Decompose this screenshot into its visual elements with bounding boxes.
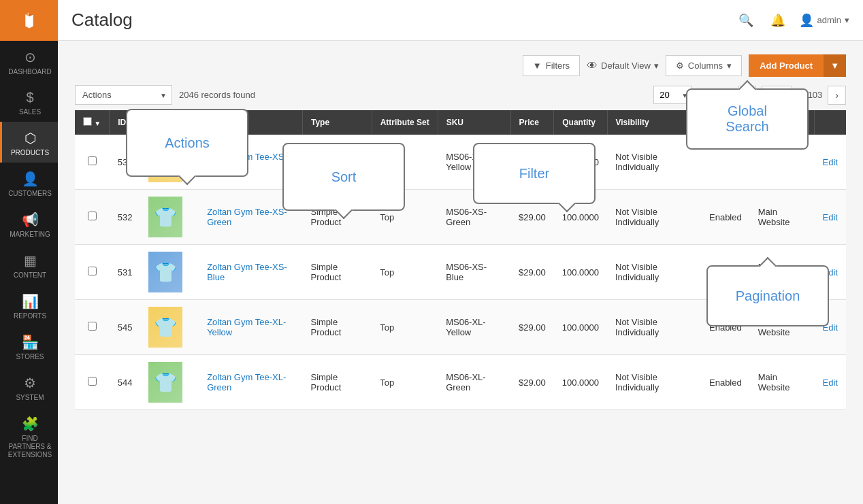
- topbar-right: 🔍 🔔 👤 admin ▾: [735, 10, 849, 31]
- next-page-button[interactable]: ›: [828, 86, 846, 105]
- th-thumbnail: Thumbnail: [140, 110, 199, 135]
- sidebar-item-system[interactable]: ⚙ SYSTEM: [0, 367, 58, 407]
- sidebar-label-reports: REPORTS: [14, 312, 46, 320]
- filters-label: Filters: [546, 61, 570, 71]
- product-name-link-3[interactable]: Zoltan Gym Tee-XL-Yellow: [207, 317, 286, 337]
- sidebar: ⊙ DASHBOARD $ SALES ⬡ PRODUCTS 👤 CUSTOME…: [0, 0, 58, 504]
- default-view-label: Default View: [601, 61, 651, 71]
- row-price-3: $29.00: [510, 300, 554, 355]
- tshirt-icon-1: 👕: [154, 206, 178, 229]
- th-sku: SKU: [438, 110, 510, 135]
- prev-page-button[interactable]: ‹: [738, 86, 757, 105]
- row-price-2: $29.00: [510, 245, 554, 300]
- sidebar-item-content[interactable]: ▦ CONTENT: [0, 244, 58, 285]
- row-status-0: [701, 135, 750, 190]
- row-checkbox-4[interactable]: [88, 377, 97, 386]
- table-header-row: ▼ ID Thumbnail Name ↑ Type Attribute Set…: [75, 110, 846, 135]
- edit-link-1[interactable]: Edit: [823, 212, 838, 222]
- row-thumbnail-3: 👕: [140, 300, 199, 355]
- row-id-1: 532: [110, 190, 141, 245]
- filters-button[interactable]: ▼ Filters: [523, 55, 580, 76]
- row-checkbox-3[interactable]: [88, 322, 97, 331]
- row-attribute-set-2: Top: [372, 245, 438, 300]
- product-name-link-1[interactable]: Zoltan Gym Tee-XS-Green: [207, 207, 287, 227]
- columns-label: Columns: [688, 61, 723, 71]
- row-attribute-set-1: Top: [372, 190, 438, 245]
- sidebar-item-reports[interactable]: 📊 REPORTS: [0, 285, 58, 326]
- content-area: ▼ Filters 👁 Default View ▾ ⚙ Columns ▾ A…: [58, 41, 863, 504]
- sidebar-item-customers[interactable]: 👤 CUSTOMERS: [0, 163, 58, 203]
- row-status-1: Enabled: [701, 190, 750, 245]
- columns-button[interactable]: ⚙ Columns ▾: [666, 55, 742, 76]
- row-checkbox-cell: [75, 190, 110, 245]
- table-row: 544 👕 Zoltan Gym Tee-XL-Green Simple Pro…: [75, 355, 846, 410]
- th-visibility: Visibility: [607, 110, 701, 135]
- page-number-input[interactable]: [762, 86, 792, 104]
- sidebar-item-sales[interactable]: $ SALES: [0, 82, 58, 122]
- admin-avatar-icon: 👤: [799, 13, 814, 28]
- table-row: 531 👕 Zoltan Gym Tee-XS-Blue Simple Prod…: [75, 245, 846, 300]
- row-type-4: Simple Product: [302, 355, 372, 410]
- sidebar-item-dashboard[interactable]: ⊙ DASHBOARD: [0, 41, 58, 82]
- row-action-1: Edit: [815, 190, 846, 245]
- add-product-dropdown-button[interactable]: ▼: [824, 54, 846, 77]
- sidebar-item-marketing[interactable]: 📢 MARKETING: [0, 203, 58, 244]
- default-view-button[interactable]: 👁 Default View ▾: [587, 60, 659, 72]
- per-page-wrapper: 20 30 50 100 200: [653, 86, 692, 104]
- actions-select[interactable]: Actions Delete Change Status Update Attr…: [75, 85, 172, 105]
- product-name-link-0[interactable]: Zoltan Gym Tee-XS-Yellow: [207, 152, 287, 172]
- row-name-4: Zoltan Gym Tee-XL-Green: [199, 355, 302, 410]
- row-id-2: 531: [110, 245, 141, 300]
- row-visibility-2: Not Visible Individually: [607, 245, 701, 300]
- product-name-link-4[interactable]: Zoltan Gym Tee-XL-Green: [207, 372, 286, 392]
- tshirt-icon-4: 👕: [154, 371, 178, 394]
- sidebar-logo: [0, 0, 58, 41]
- marketing-icon: 📢: [22, 212, 39, 228]
- row-quantity-3: 100.0000: [554, 300, 607, 355]
- magento-logo: [16, 7, 42, 33]
- add-product-group: Add Product ▼: [749, 54, 846, 77]
- row-action-4: Edit: [815, 355, 846, 410]
- tshirt-icon-0: 👕: [154, 151, 178, 173]
- row-checkbox-2[interactable]: [88, 267, 97, 275]
- record-count: 2046 records found: [179, 90, 255, 100]
- row-sku-2: MS06-XS-Blue: [438, 245, 510, 300]
- eye-icon: 👁: [587, 60, 598, 72]
- dashboard-icon: ⊙: [25, 49, 36, 65]
- row-attribute-set-4: Top: [372, 355, 438, 410]
- edit-link-2[interactable]: Edit: [823, 267, 838, 278]
- row-name-3: Zoltan Gym Tee-XL-Yellow: [199, 300, 302, 355]
- search-button[interactable]: 🔍: [735, 10, 757, 31]
- edit-link-4[interactable]: Edit: [823, 377, 838, 388]
- row-status-3: Enabled: [701, 300, 750, 355]
- row-thumbnail-0: 👕: [140, 135, 199, 190]
- sidebar-item-stores[interactable]: 🏪 STORES: [0, 326, 58, 367]
- row-websites-2: Main Website: [750, 245, 815, 300]
- sidebar-item-extensions[interactable]: 🧩 FIND PARTNERS & EXTENSIONS: [0, 407, 58, 465]
- admin-menu-button[interactable]: 👤 admin ▾: [799, 13, 849, 28]
- tshirt-icon-2: 👕: [154, 261, 178, 284]
- select-all-checkbox[interactable]: [83, 117, 92, 126]
- th-name[interactable]: Name ↑: [199, 110, 302, 135]
- edit-link-3[interactable]: Edit: [823, 322, 838, 333]
- th-id: ID: [110, 110, 141, 135]
- edit-link-0[interactable]: Edit: [823, 157, 838, 167]
- columns-icon: ⚙: [676, 61, 684, 71]
- row-checkbox-1[interactable]: [88, 212, 97, 220]
- row-attribute-set-3: Top: [372, 300, 438, 355]
- add-product-button[interactable]: Add Product: [749, 54, 824, 77]
- row-status-2: Enabled: [701, 245, 750, 300]
- sidebar-label-dashboard: DASHBOARD: [8, 68, 51, 76]
- stores-icon: 🏪: [22, 334, 39, 350]
- row-id-0: 533: [110, 135, 141, 190]
- th-checkbox-dropdown-icon[interactable]: ▼: [94, 120, 101, 127]
- row-checkbox-0[interactable]: [88, 156, 97, 165]
- sidebar-item-products[interactable]: ⬡ PRODUCTS: [0, 122, 58, 163]
- th-action: [815, 110, 846, 135]
- row-action-0: Edit: [815, 135, 846, 190]
- per-page-select[interactable]: 20 30 50 100 200: [653, 86, 692, 104]
- product-name-link-2[interactable]: Zoltan Gym Tee-XS-Blue: [207, 262, 287, 282]
- notifications-button[interactable]: 🔔: [767, 10, 789, 31]
- row-checkbox-cell: [75, 300, 110, 355]
- row-type-2: Simple Product: [302, 245, 372, 300]
